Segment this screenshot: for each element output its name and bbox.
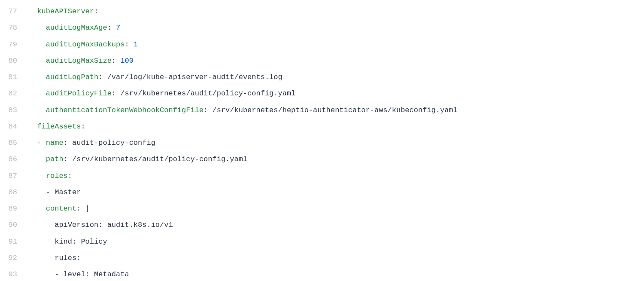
code-line: 88 - Master [0, 184, 644, 201]
code-line: 91 kind: Policy [0, 234, 644, 250]
line-content: roles: [28, 168, 644, 184]
line-number: 84 [0, 119, 28, 135]
code-line: 84 fileAssets: [0, 119, 644, 135]
code-line: 82 auditPolicyFile: /srv/kubernetes/audi… [0, 86, 644, 102]
line-number: 79 [0, 37, 28, 53]
code-line: 87 roles: [0, 168, 644, 184]
line-number: 93 [0, 266, 28, 281]
line-number: 82 [0, 86, 28, 102]
line-number: 86 [0, 151, 28, 168]
code-line: 78 auditLogMaxAge: 7 [0, 20, 644, 36]
line-number: 89 [0, 201, 28, 217]
code-line: 79 auditLogMaxBackups: 1 [0, 37, 644, 53]
line-number: 88 [0, 184, 28, 201]
code-line: 93 - level: Metadata [0, 266, 644, 281]
line-content: kind: Policy [28, 234, 644, 250]
line-content: - name: audit-policy-config [28, 135, 644, 151]
line-number: 80 [0, 53, 28, 69]
code-block: 77 kubeAPIServer:78 auditLogMaxAge: 779 … [0, 3, 644, 281]
line-content: path: /srv/kubernetes/audit/policy-confi… [28, 151, 644, 168]
line-number: 92 [0, 250, 28, 266]
line-number: 85 [0, 135, 28, 151]
code-line: 92 rules: [0, 250, 644, 266]
line-number: 83 [0, 102, 28, 119]
line-content: auditLogMaxSize: 100 [28, 53, 644, 69]
line-number: 81 [0, 69, 28, 86]
line-number: 77 [0, 3, 28, 20]
line-number: 90 [0, 217, 28, 233]
line-content: - level: Metadata [28, 266, 644, 281]
line-content: auditLogPath: /var/log/kube-apiserver-au… [28, 69, 644, 86]
line-content: auditLogMaxAge: 7 [28, 20, 644, 36]
line-content: kubeAPIServer: [28, 3, 644, 20]
line-content: authenticationTokenWebhookConfigFile: /s… [28, 102, 644, 119]
line-content: content: | [28, 201, 644, 217]
line-content: fileAssets: [28, 119, 644, 135]
line-content: rules: [28, 250, 644, 266]
code-line: 77 kubeAPIServer: [0, 3, 644, 20]
line-content: apiVersion: audit.k8s.io/v1 [28, 217, 644, 233]
code-line: 80 auditLogMaxSize: 100 [0, 53, 644, 69]
line-number: 87 [0, 168, 28, 184]
code-line: 90 apiVersion: audit.k8s.io/v1 [0, 217, 644, 233]
code-line: 83 authenticationTokenWebhookConfigFile:… [0, 102, 644, 119]
code-line: 85 - name: audit-policy-config [0, 135, 644, 151]
line-content: - Master [28, 184, 644, 201]
code-line: 86 path: /srv/kubernetes/audit/policy-co… [0, 151, 644, 168]
line-number: 91 [0, 234, 28, 250]
line-content: auditPolicyFile: /srv/kubernetes/audit/p… [28, 86, 644, 102]
code-line: 89 content: | [0, 201, 644, 217]
line-content: auditLogMaxBackups: 1 [28, 37, 644, 53]
code-line: 81 auditLogPath: /var/log/kube-apiserver… [0, 69, 644, 86]
line-number: 78 [0, 20, 28, 36]
